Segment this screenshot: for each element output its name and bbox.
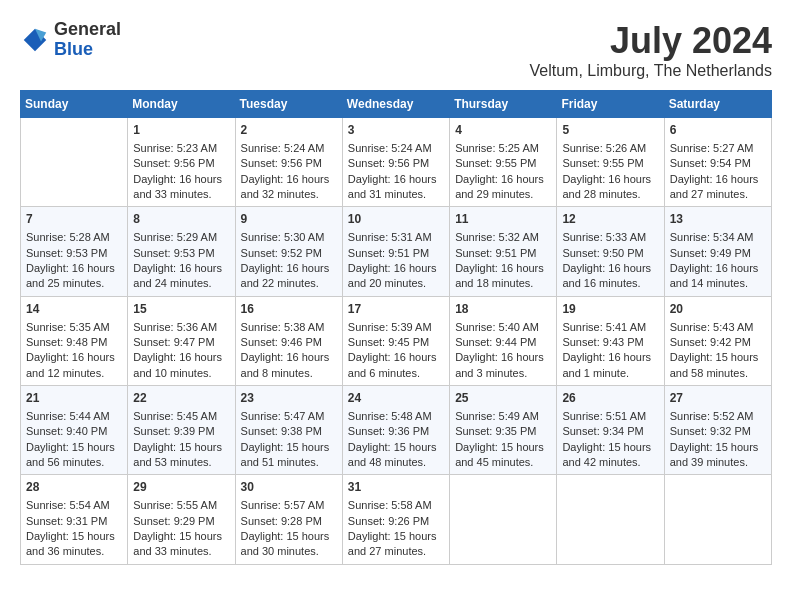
calendar-cell: 15Sunrise: 5:36 AMSunset: 9:47 PMDayligh… xyxy=(128,296,235,385)
column-header-sunday: Sunday xyxy=(21,91,128,118)
logo-blue: Blue xyxy=(54,39,93,59)
day-number: 8 xyxy=(133,211,229,228)
day-number: 26 xyxy=(562,390,658,407)
column-header-monday: Monday xyxy=(128,91,235,118)
day-number: 21 xyxy=(26,390,122,407)
day-info: Sunrise: 5:35 AMSunset: 9:48 PMDaylight:… xyxy=(26,321,115,379)
day-number: 6 xyxy=(670,122,766,139)
title-block: July 2024 Veltum, Limburg, The Netherlan… xyxy=(530,20,773,80)
day-number: 17 xyxy=(348,301,444,318)
calendar-week-row: 21Sunrise: 5:44 AMSunset: 9:40 PMDayligh… xyxy=(21,386,772,475)
logo-text: General Blue xyxy=(54,20,121,60)
day-info: Sunrise: 5:23 AMSunset: 9:56 PMDaylight:… xyxy=(133,142,222,200)
calendar-header-row: SundayMondayTuesdayWednesdayThursdayFrid… xyxy=(21,91,772,118)
calendar-cell: 18Sunrise: 5:40 AMSunset: 9:44 PMDayligh… xyxy=(450,296,557,385)
day-info: Sunrise: 5:49 AMSunset: 9:35 PMDaylight:… xyxy=(455,410,544,468)
day-info: Sunrise: 5:58 AMSunset: 9:26 PMDaylight:… xyxy=(348,499,437,557)
calendar-cell: 11Sunrise: 5:32 AMSunset: 9:51 PMDayligh… xyxy=(450,207,557,296)
calendar-cell: 10Sunrise: 5:31 AMSunset: 9:51 PMDayligh… xyxy=(342,207,449,296)
day-number: 16 xyxy=(241,301,337,318)
day-info: Sunrise: 5:43 AMSunset: 9:42 PMDaylight:… xyxy=(670,321,759,379)
day-info: Sunrise: 5:41 AMSunset: 9:43 PMDaylight:… xyxy=(562,321,651,379)
calendar-cell: 6Sunrise: 5:27 AMSunset: 9:54 PMDaylight… xyxy=(664,118,771,207)
day-number: 20 xyxy=(670,301,766,318)
calendar-cell: 25Sunrise: 5:49 AMSunset: 9:35 PMDayligh… xyxy=(450,386,557,475)
day-number: 3 xyxy=(348,122,444,139)
day-info: Sunrise: 5:36 AMSunset: 9:47 PMDaylight:… xyxy=(133,321,222,379)
day-number: 25 xyxy=(455,390,551,407)
day-info: Sunrise: 5:33 AMSunset: 9:50 PMDaylight:… xyxy=(562,231,651,289)
calendar-cell: 12Sunrise: 5:33 AMSunset: 9:50 PMDayligh… xyxy=(557,207,664,296)
day-number: 23 xyxy=(241,390,337,407)
calendar-week-row: 28Sunrise: 5:54 AMSunset: 9:31 PMDayligh… xyxy=(21,475,772,564)
day-info: Sunrise: 5:45 AMSunset: 9:39 PMDaylight:… xyxy=(133,410,222,468)
day-info: Sunrise: 5:25 AMSunset: 9:55 PMDaylight:… xyxy=(455,142,544,200)
calendar-cell: 19Sunrise: 5:41 AMSunset: 9:43 PMDayligh… xyxy=(557,296,664,385)
page-header: General Blue July 2024 Veltum, Limburg, … xyxy=(20,20,772,80)
day-info: Sunrise: 5:26 AMSunset: 9:55 PMDaylight:… xyxy=(562,142,651,200)
calendar-cell: 4Sunrise: 5:25 AMSunset: 9:55 PMDaylight… xyxy=(450,118,557,207)
day-info: Sunrise: 5:44 AMSunset: 9:40 PMDaylight:… xyxy=(26,410,115,468)
calendar-cell: 7Sunrise: 5:28 AMSunset: 9:53 PMDaylight… xyxy=(21,207,128,296)
day-info: Sunrise: 5:48 AMSunset: 9:36 PMDaylight:… xyxy=(348,410,437,468)
day-number: 11 xyxy=(455,211,551,228)
calendar-cell xyxy=(557,475,664,564)
calendar-cell: 2Sunrise: 5:24 AMSunset: 9:56 PMDaylight… xyxy=(235,118,342,207)
calendar-cell xyxy=(664,475,771,564)
day-info: Sunrise: 5:34 AMSunset: 9:49 PMDaylight:… xyxy=(670,231,759,289)
day-number: 7 xyxy=(26,211,122,228)
day-info: Sunrise: 5:51 AMSunset: 9:34 PMDaylight:… xyxy=(562,410,651,468)
calendar-cell: 8Sunrise: 5:29 AMSunset: 9:53 PMDaylight… xyxy=(128,207,235,296)
column-header-saturday: Saturday xyxy=(664,91,771,118)
day-number: 1 xyxy=(133,122,229,139)
day-number: 22 xyxy=(133,390,229,407)
calendar-week-row: 14Sunrise: 5:35 AMSunset: 9:48 PMDayligh… xyxy=(21,296,772,385)
day-info: Sunrise: 5:24 AMSunset: 9:56 PMDaylight:… xyxy=(348,142,437,200)
day-number: 28 xyxy=(26,479,122,496)
calendar-cell: 30Sunrise: 5:57 AMSunset: 9:28 PMDayligh… xyxy=(235,475,342,564)
day-info: Sunrise: 5:57 AMSunset: 9:28 PMDaylight:… xyxy=(241,499,330,557)
day-number: 24 xyxy=(348,390,444,407)
day-number: 15 xyxy=(133,301,229,318)
calendar-cell: 5Sunrise: 5:26 AMSunset: 9:55 PMDaylight… xyxy=(557,118,664,207)
column-header-friday: Friday xyxy=(557,91,664,118)
calendar-week-row: 7Sunrise: 5:28 AMSunset: 9:53 PMDaylight… xyxy=(21,207,772,296)
day-number: 5 xyxy=(562,122,658,139)
calendar-cell: 21Sunrise: 5:44 AMSunset: 9:40 PMDayligh… xyxy=(21,386,128,475)
calendar-cell: 16Sunrise: 5:38 AMSunset: 9:46 PMDayligh… xyxy=(235,296,342,385)
day-number: 9 xyxy=(241,211,337,228)
calendar-cell: 22Sunrise: 5:45 AMSunset: 9:39 PMDayligh… xyxy=(128,386,235,475)
day-info: Sunrise: 5:32 AMSunset: 9:51 PMDaylight:… xyxy=(455,231,544,289)
location-subtitle: Veltum, Limburg, The Netherlands xyxy=(530,62,773,80)
day-info: Sunrise: 5:55 AMSunset: 9:29 PMDaylight:… xyxy=(133,499,222,557)
calendar-cell xyxy=(21,118,128,207)
day-number: 12 xyxy=(562,211,658,228)
day-info: Sunrise: 5:38 AMSunset: 9:46 PMDaylight:… xyxy=(241,321,330,379)
day-number: 10 xyxy=(348,211,444,228)
day-number: 13 xyxy=(670,211,766,228)
calendar-table: SundayMondayTuesdayWednesdayThursdayFrid… xyxy=(20,90,772,565)
day-number: 30 xyxy=(241,479,337,496)
calendar-cell: 14Sunrise: 5:35 AMSunset: 9:48 PMDayligh… xyxy=(21,296,128,385)
day-info: Sunrise: 5:52 AMSunset: 9:32 PMDaylight:… xyxy=(670,410,759,468)
day-number: 31 xyxy=(348,479,444,496)
calendar-cell: 9Sunrise: 5:30 AMSunset: 9:52 PMDaylight… xyxy=(235,207,342,296)
calendar-cell: 1Sunrise: 5:23 AMSunset: 9:56 PMDaylight… xyxy=(128,118,235,207)
calendar-week-row: 1Sunrise: 5:23 AMSunset: 9:56 PMDaylight… xyxy=(21,118,772,207)
calendar-cell: 29Sunrise: 5:55 AMSunset: 9:29 PMDayligh… xyxy=(128,475,235,564)
day-info: Sunrise: 5:39 AMSunset: 9:45 PMDaylight:… xyxy=(348,321,437,379)
calendar-cell: 13Sunrise: 5:34 AMSunset: 9:49 PMDayligh… xyxy=(664,207,771,296)
day-info: Sunrise: 5:28 AMSunset: 9:53 PMDaylight:… xyxy=(26,231,115,289)
calendar-cell: 17Sunrise: 5:39 AMSunset: 9:45 PMDayligh… xyxy=(342,296,449,385)
day-number: 19 xyxy=(562,301,658,318)
logo-icon xyxy=(20,25,50,55)
month-year-title: July 2024 xyxy=(530,20,773,62)
day-info: Sunrise: 5:40 AMSunset: 9:44 PMDaylight:… xyxy=(455,321,544,379)
day-info: Sunrise: 5:27 AMSunset: 9:54 PMDaylight:… xyxy=(670,142,759,200)
day-info: Sunrise: 5:24 AMSunset: 9:56 PMDaylight:… xyxy=(241,142,330,200)
day-info: Sunrise: 5:30 AMSunset: 9:52 PMDaylight:… xyxy=(241,231,330,289)
day-info: Sunrise: 5:47 AMSunset: 9:38 PMDaylight:… xyxy=(241,410,330,468)
calendar-cell: 26Sunrise: 5:51 AMSunset: 9:34 PMDayligh… xyxy=(557,386,664,475)
day-info: Sunrise: 5:54 AMSunset: 9:31 PMDaylight:… xyxy=(26,499,115,557)
calendar-cell: 28Sunrise: 5:54 AMSunset: 9:31 PMDayligh… xyxy=(21,475,128,564)
